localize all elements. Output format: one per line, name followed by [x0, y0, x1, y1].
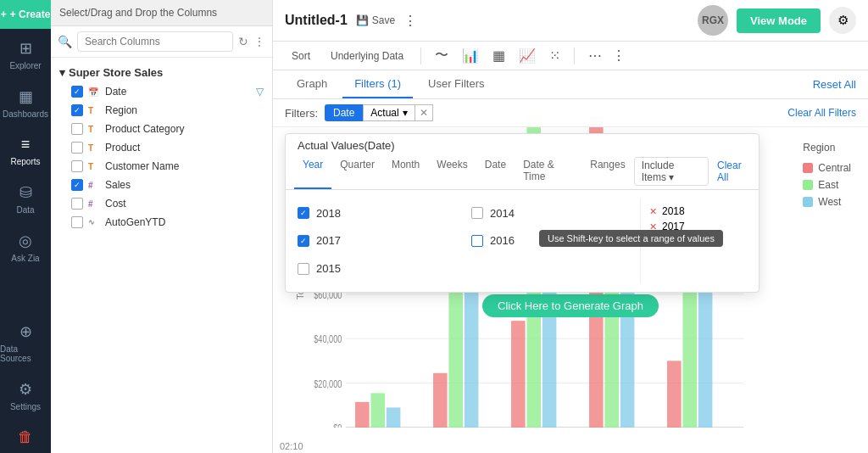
- tab-user-filters[interactable]: User Filters: [416, 70, 496, 98]
- underlying-data-button[interactable]: Underlying Data: [324, 47, 410, 65]
- bar-chart-icon[interactable]: 📊: [459, 46, 482, 65]
- more-charts-icon[interactable]: ⋯: [585, 46, 605, 65]
- toolbar-separator2: [574, 48, 575, 64]
- year-label-2016: 2016: [490, 234, 515, 247]
- nav-dashboards[interactable]: ▦ Dashboards: [0, 77, 51, 126]
- save-button[interactable]: 💾 Save: [356, 14, 395, 26]
- filter-chip-value-dropdown[interactable]: Actual ▾: [363, 104, 415, 121]
- tab-filters[interactable]: Filters (1): [342, 70, 413, 98]
- legend-dot-west: [803, 197, 813, 207]
- legend-dot-east: [803, 180, 813, 190]
- checkbox-cost[interactable]: [71, 198, 83, 210]
- column-cost[interactable]: # Cost: [51, 194, 272, 213]
- report-title: Untitled-1: [285, 13, 348, 28]
- toolbar-more-button[interactable]: ⋮: [612, 48, 626, 64]
- svg-rect-32: [667, 361, 682, 428]
- year-checkbox-2017[interactable]: ✓: [298, 235, 309, 247]
- sort-button[interactable]: Sort: [285, 47, 317, 65]
- filter-sub-tab-date[interactable]: Date: [476, 154, 515, 189]
- column-region[interactable]: ✓ T Region: [51, 101, 272, 120]
- filter-panel-header: Actual Values(Date): [286, 134, 759, 154]
- trash-icon: 🗑: [18, 428, 33, 446]
- nav-data-sources-label: Data Sources: [0, 344, 51, 363]
- timestamp: 02:10: [273, 439, 310, 453]
- filter-chip-date: Date Actual ▾ ✕: [325, 104, 433, 121]
- checkbox-date[interactable]: ✓: [71, 86, 83, 98]
- column-product[interactable]: T Product: [51, 138, 272, 157]
- include-items-dropdown[interactable]: Include Items ▾: [634, 157, 709, 186]
- nav-data[interactable]: ⛁ Data: [0, 173, 51, 221]
- column-product-category[interactable]: T Product Category: [51, 120, 272, 138]
- filter-sub-tab-year[interactable]: Year: [294, 154, 331, 189]
- create-button[interactable]: + + Create: [0, 0, 51, 29]
- stacked-bar-icon[interactable]: ▦: [489, 46, 509, 65]
- settings-icon: ⚙: [19, 380, 32, 399]
- view-mode-button[interactable]: View Mode: [737, 8, 821, 33]
- checkbox-region[interactable]: ✓: [71, 104, 83, 116]
- nav-ask-zia[interactable]: ◎ Ask Zia: [0, 221, 51, 270]
- filter-sub-tab-datetime[interactable]: Date & Time: [515, 154, 581, 189]
- legend-dot-central: [803, 163, 813, 173]
- nav-explorer[interactable]: ⊞ Explorer: [0, 29, 51, 77]
- reports-icon: ≡: [21, 136, 31, 154]
- settings-gear-button[interactable]: ⚙: [829, 7, 856, 34]
- left-nav: + + Create ⊞ Explorer ▦ Dashboards ≡ Rep…: [0, 0, 51, 453]
- year-row-2017: ✓ 2017: [298, 230, 454, 253]
- column-region-label: Region: [105, 104, 137, 116]
- main-area: Untitled-1 💾 Save ⋮ RGX View Mode ⚙ Sort…: [273, 0, 868, 453]
- filter-applied-icon: ▽: [256, 86, 264, 98]
- more-options-icon[interactable]: ⋮: [253, 35, 265, 48]
- svg-rect-24: [511, 321, 526, 428]
- legend-west: West: [803, 196, 851, 208]
- svg-rect-33: [682, 292, 697, 428]
- sidebar-header-text: Select/Drag and Drop the Columns: [59, 7, 217, 19]
- filters-label: Filters:: [285, 107, 318, 120]
- column-date[interactable]: ✓ 📅 Date ▽: [51, 82, 272, 101]
- line-chart-icon[interactable]: 〜: [431, 45, 452, 66]
- nav-data-sources[interactable]: ⊕ Data Sources: [0, 312, 51, 370]
- nav-delete[interactable]: 🗑: [0, 418, 51, 453]
- filter-sub-tab-ranges[interactable]: Ranges: [581, 154, 633, 189]
- refresh-icon[interactable]: ↻: [238, 35, 248, 48]
- search-input[interactable]: [77, 31, 233, 52]
- tabs-bar: Graph Filters (1) User Filters Reset All: [273, 70, 868, 99]
- main-header: Untitled-1 💾 Save ⋮ RGX View Mode ⚙: [273, 0, 868, 42]
- year-checkbox-2016[interactable]: [471, 235, 483, 247]
- filter-sub-tab-month[interactable]: Month: [383, 154, 428, 189]
- tree-group-super-store[interactable]: ▾ Super Store Sales: [51, 63, 272, 82]
- nav-settings[interactable]: ⚙ Settings: [0, 370, 51, 418]
- filter-sub-tab-quarter[interactable]: Quarter: [331, 154, 383, 189]
- year-label-2017: 2017: [316, 234, 341, 247]
- nav-reports[interactable]: ≡ Reports: [0, 126, 51, 173]
- checkbox-product[interactable]: [71, 142, 83, 154]
- scatter-icon[interactable]: ⁙: [546, 46, 564, 65]
- clear-all-filters-button[interactable]: Clear All Filters: [787, 107, 856, 119]
- type-sales: #: [88, 181, 100, 190]
- year-checkbox-2014[interactable]: [471, 207, 483, 219]
- filter-sub-tab-weeks[interactable]: Weeks: [428, 154, 476, 189]
- type-product: T: [88, 143, 100, 153]
- generate-graph-button[interactable]: Click Here to Generate Graph: [482, 294, 659, 317]
- year-list: ✓ 2018 2014 ✓ 2017: [294, 199, 632, 283]
- filter-chip-close-button[interactable]: ✕: [415, 104, 433, 121]
- tab-graph[interactable]: Graph: [285, 70, 339, 98]
- checkbox-customer-name[interactable]: [71, 160, 83, 172]
- filter-sub-tabs: Year Quarter Month Weeks Date Date & Tim…: [286, 154, 759, 190]
- checkbox-product-category[interactable]: [71, 123, 83, 135]
- column-autogen-ytd[interactable]: ∿ AutoGenYTD: [51, 213, 272, 232]
- column-customer-name[interactable]: T Customer Name: [51, 157, 272, 176]
- filter-clear-all-button[interactable]: Clear All: [717, 159, 750, 183]
- dashboards-icon: ▦: [19, 87, 33, 106]
- year-checkbox-2015[interactable]: [298, 263, 309, 275]
- column-autogen-ytd-label: AutoGenYTD: [105, 216, 165, 228]
- reset-all-button[interactable]: Reset All: [813, 78, 856, 91]
- column-sales[interactable]: ✓ # Sales: [51, 176, 272, 194]
- year-checkbox-2018[interactable]: ✓: [298, 207, 309, 219]
- year-row-2015: 2015: [298, 257, 454, 280]
- column-date-label: Date: [105, 86, 126, 98]
- remove-2018-button[interactable]: ✕: [649, 206, 657, 217]
- checkbox-sales[interactable]: ✓: [71, 179, 83, 191]
- more-menu-button[interactable]: ⋮: [403, 13, 417, 29]
- area-chart-icon[interactable]: 📈: [515, 46, 539, 65]
- checkbox-autogen-ytd[interactable]: [71, 216, 83, 228]
